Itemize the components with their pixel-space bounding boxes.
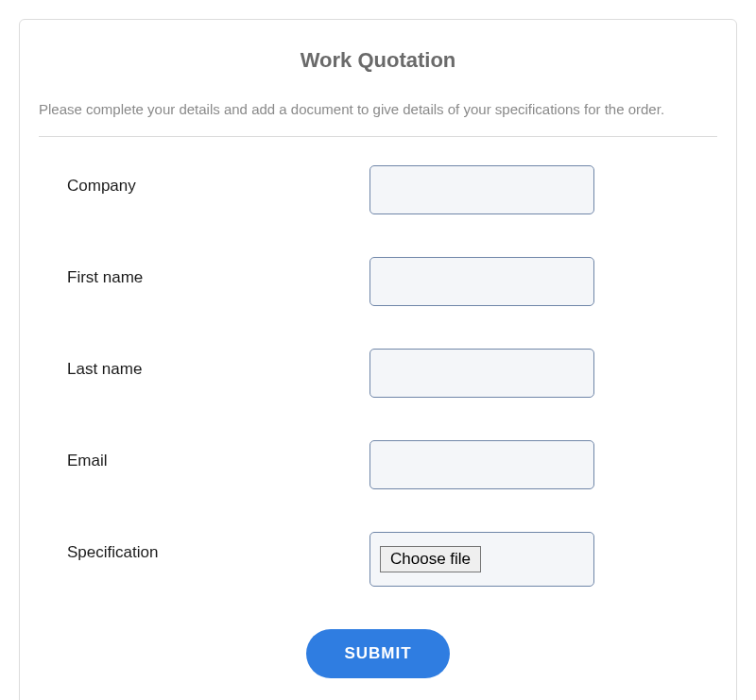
choose-file-button[interactable]: Choose file (380, 546, 481, 572)
quotation-form-card: Work Quotation Please complete your deta… (19, 19, 737, 700)
row-last-name: Last name (39, 349, 717, 398)
form-instructions: Please complete your details and add a d… (39, 101, 717, 117)
row-first-name: First name (39, 257, 717, 306)
submit-button[interactable]: SUBMIT (306, 629, 449, 678)
control-email (369, 440, 594, 489)
label-company: Company (67, 165, 369, 196)
email-input[interactable] (369, 440, 594, 489)
submit-row: SUBMIT (39, 629, 717, 678)
label-email: Email (67, 440, 369, 470)
row-email: Email (39, 440, 717, 489)
label-last-name: Last name (67, 349, 369, 379)
first-name-input[interactable] (369, 257, 594, 306)
control-first-name (369, 257, 594, 306)
control-company (369, 165, 594, 214)
control-specification: Choose file (369, 532, 594, 587)
last-name-input[interactable] (369, 349, 594, 398)
company-input[interactable] (369, 165, 594, 214)
label-first-name: First name (67, 257, 369, 287)
label-specification: Specification (67, 532, 369, 562)
control-last-name (369, 349, 594, 398)
form-title: Work Quotation (39, 48, 717, 73)
row-specification: Specification Choose file (39, 532, 717, 587)
divider (39, 136, 717, 137)
file-input-wrap: Choose file (369, 532, 594, 587)
row-company: Company (39, 165, 717, 214)
